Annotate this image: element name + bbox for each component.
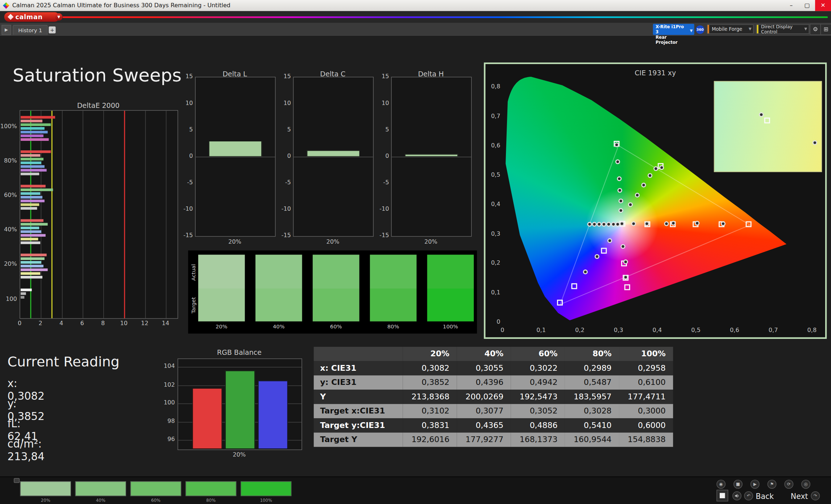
cie-measured-marker <box>595 254 599 259</box>
cie-x-tick-label: 0,8 <box>804 327 820 333</box>
refresh-button[interactable]: ⟳ <box>784 480 793 489</box>
deltae-plot <box>20 110 178 319</box>
x-tick-label: 2 <box>34 320 47 327</box>
table-cell: 0,3028 <box>565 404 619 418</box>
cie-x-tick-label: 0,7 <box>765 327 781 333</box>
maximize-button[interactable]: ▢ <box>799 0 815 11</box>
cie-y-tick-label: 0 <box>486 318 500 325</box>
cie-y-tick-label: 0,7 <box>486 113 500 119</box>
cie-y-tick-label: 0,4 <box>486 201 500 207</box>
cie-measured-marker <box>608 239 612 243</box>
swatch-comparison-panel: ActualTarget20%40%60%80%100% <box>188 251 477 334</box>
add-tab-button[interactable]: + <box>49 26 56 33</box>
read-continuous-button[interactable]: ◉ <box>716 480 726 489</box>
deltae-bar <box>21 292 26 295</box>
stop-button[interactable]: ■ <box>734 480 743 489</box>
close-button[interactable]: ✕ <box>815 0 831 11</box>
x-tick-label: 20% <box>195 238 274 245</box>
y-tick-label: -10 <box>180 205 193 212</box>
deltae-bar <box>21 238 38 240</box>
deltae-bar <box>21 116 55 118</box>
inset-measured-marker <box>813 140 817 145</box>
swatch-column: 100% <box>427 255 474 329</box>
calman-logo[interactable]: calman <box>4 12 59 22</box>
y-tick-label: 10 <box>180 100 193 106</box>
delta-chart-plot <box>391 77 471 237</box>
current-reading-value: cd/m²: 213,84 <box>7 437 44 463</box>
next-button[interactable]: Next <box>791 492 808 500</box>
table-cell: 154,8838 <box>619 433 673 447</box>
inset-measured-marker <box>759 112 764 117</box>
x-tick-label: 8 <box>97 320 109 327</box>
table-cell: 0,4396 <box>457 375 511 390</box>
deltae-bar <box>21 150 51 153</box>
current-reading-title: Current Reading <box>7 354 119 370</box>
minimize-button[interactable]: – <box>783 0 799 11</box>
deltae-bar <box>21 230 42 233</box>
back-button[interactable]: Back <box>756 492 774 500</box>
meter-select-button[interactable]: X-Rite i1Pro 3 Rear Projector ▼ <box>653 24 694 35</box>
pattern-window-button[interactable] <box>716 490 728 501</box>
y-tick-label: -15 <box>180 232 193 239</box>
table-header-cell <box>314 347 403 361</box>
table-row-label: Target Y <box>314 433 403 447</box>
y-tick-label: 0 <box>376 152 389 159</box>
cie-measured-marker <box>653 166 658 171</box>
undo-arrow-icon: ↶ <box>747 494 751 498</box>
cie-measured-marker <box>615 159 620 164</box>
deltae-bar <box>21 189 53 191</box>
deltae-bar <box>21 276 42 278</box>
deltae-bar <box>21 169 47 171</box>
cie-measured-marker <box>628 202 633 207</box>
settings-button[interactable]: ⚙ <box>810 24 821 35</box>
delta-chart: Delta C151050-5-10-1520% <box>278 70 374 247</box>
x-tick-label: 14 <box>159 320 172 327</box>
swatch-label: 100% <box>427 324 474 329</box>
cie-x-tick-label: 0,5 <box>688 327 704 333</box>
cie-target-marker <box>745 221 751 227</box>
delta-bar <box>209 141 262 157</box>
actual-swatch <box>313 255 360 289</box>
delta-chart-plot <box>293 77 374 237</box>
back-icon-button[interactable]: ↶ <box>744 491 753 500</box>
layout-button[interactable]: ⊞ <box>820 24 831 35</box>
table-cell: 0,3852 <box>403 375 457 390</box>
delta-bar <box>405 154 458 157</box>
tab-history-1[interactable]: History 1 <box>13 25 48 35</box>
app-icon <box>3 2 9 9</box>
next-icon-button[interactable]: ↷ <box>811 491 820 500</box>
panel-toggle-button[interactable]: ▶ <box>1 25 11 35</box>
target-swatch <box>313 289 360 322</box>
table-cell: 177,4711 <box>619 390 673 404</box>
power-button[interactable]: ◎ <box>801 480 810 489</box>
cie-measured-marker <box>618 188 622 193</box>
speaker-button[interactable] <box>732 491 741 500</box>
calman-menu-caret-icon[interactable]: ▼ <box>55 13 62 21</box>
x-tick-label: 12 <box>138 320 151 327</box>
x-tick-label: 6 <box>76 320 88 327</box>
y-tick-label: -15 <box>278 232 291 239</box>
cie-measured-marker <box>597 222 602 226</box>
cie-x-tick-label: 0,2 <box>572 327 588 333</box>
source-select-button[interactable]: Mobile Forge ▼ <box>707 24 754 34</box>
deltae-bar <box>21 296 24 298</box>
display-control-button[interactable]: Direct Display Control ▼ <box>756 24 809 34</box>
y-tick-label: -5 <box>278 179 291 186</box>
zero-line <box>196 157 275 157</box>
cie-target-marker <box>571 284 577 289</box>
cie-chart-panel: CIE 1931 xy 00,10,20,30,40,50,60,70,800,… <box>484 63 827 339</box>
table-cell: 0,5487 <box>565 375 619 390</box>
gridline <box>178 367 302 367</box>
cie-x-tick-label: 0 <box>494 327 510 333</box>
gridline <box>62 111 62 318</box>
source-stripe <box>707 25 709 33</box>
flag-button[interactable]: ⚑ <box>768 480 777 489</box>
table-cell: 168,1373 <box>511 433 565 447</box>
y-tick-label: -15 <box>376 232 389 239</box>
play-button[interactable]: ▶ <box>751 480 760 489</box>
target-swatch <box>427 289 474 322</box>
speaker-icon <box>735 494 739 498</box>
spectrum-divider <box>63 16 828 18</box>
table-cell: 177,9277 <box>457 433 511 447</box>
y-tick-label: 10 <box>278 100 291 106</box>
